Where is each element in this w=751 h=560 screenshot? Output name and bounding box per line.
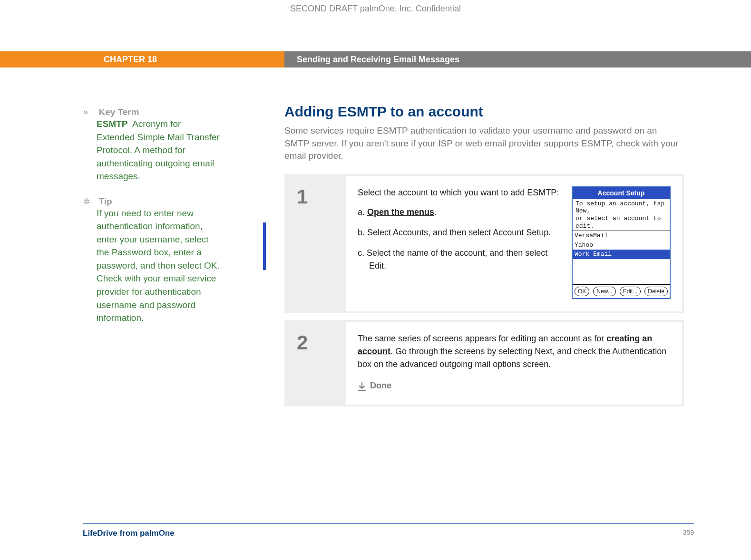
sidebar: » Key Term ESMTP Acronym for Extended Si… — [83, 107, 221, 338]
device-title: Account Setup — [573, 187, 670, 199]
step-2: 2 The same series of screens appears for… — [284, 320, 684, 406]
step-1-intro: Select the account to which you want to … — [358, 186, 562, 199]
device-edit-button[interactable]: Edit... — [620, 287, 641, 296]
watermark-text: SECOND DRAFT palmOne, Inc. Confidential — [0, 4, 751, 14]
step-1-body: Select the account to which you want to … — [346, 176, 682, 311]
device-button-row: OK New... Edit... Delete — [573, 284, 670, 298]
tip-block: ✲ Tip If you need to enter new authentic… — [83, 196, 221, 325]
keyterm-icon: » — [83, 107, 97, 117]
chapter-bar: CHAPTER 18 Sending and Receiving Email M… — [0, 51, 751, 68]
step-1-number: 1 — [284, 176, 346, 311]
device-hint: To setup an account, tap New, or select … — [573, 199, 670, 231]
device-list-item[interactable]: Yahoo — [573, 241, 670, 250]
footer-product: LifeDrive from palmOne — [83, 529, 175, 538]
tip-icon: ✲ — [83, 196, 97, 207]
tip-label: Tip — [98, 196, 112, 206]
device-new-button[interactable]: New... — [593, 287, 615, 296]
keyterm-block: » Key Term ESMTP Acronym for Extended Si… — [83, 107, 221, 183]
device-account-list: VersaMail Yahoo Work Email — [573, 231, 670, 284]
chapter-label: CHAPTER 18 — [0, 51, 284, 68]
device-list-item[interactable]: VersaMail — [573, 231, 670, 241]
chapter-title: Sending and Receiving Email Messages — [284, 51, 751, 68]
open-menus-link[interactable]: Open the menus — [367, 207, 434, 217]
device-list-item-selected[interactable]: Work Email — [573, 250, 670, 259]
footer-page-number: 359 — [683, 529, 694, 538]
keyterm-body: ESMTP Acronym for Extended Simple Mail T… — [97, 117, 221, 183]
page-footer: LifeDrive from palmOne 359 — [83, 523, 694, 538]
step-2-body: The same series of screens appears for e… — [346, 322, 682, 405]
main-content: Adding ESMTP to an account Some services… — [284, 104, 684, 413]
step-1-c: c. Select the name of the account, and t… — [358, 247, 562, 272]
keyterm-term: ESMTP — [97, 119, 127, 129]
done-label: Done — [370, 379, 391, 392]
keyterm-label: Key Term — [98, 107, 139, 117]
device-screenshot: Account Setup To setup an account, tap N… — [572, 186, 671, 299]
step-2-text: The same series of screens appears for e… — [358, 332, 671, 371]
device-delete-button[interactable]: Delete — [644, 287, 668, 296]
section-intro: Some services require ESMTP authenticati… — [284, 125, 684, 163]
step-2-number: 2 — [284, 322, 346, 405]
side-marker — [263, 222, 266, 270]
done-arrow-icon — [358, 382, 366, 390]
section-title: Adding ESMTP to an account — [284, 104, 684, 120]
done-row: Done — [358, 379, 671, 392]
step-1-b: b. Select Accounts, and then select Acco… — [358, 226, 562, 239]
step-1-a: a. Open the menus. — [358, 206, 562, 219]
tip-body: If you need to enter new authentication … — [97, 207, 221, 325]
device-ok-button[interactable]: OK — [575, 287, 589, 296]
step-1: 1 Select the account to which you want t… — [284, 174, 684, 313]
